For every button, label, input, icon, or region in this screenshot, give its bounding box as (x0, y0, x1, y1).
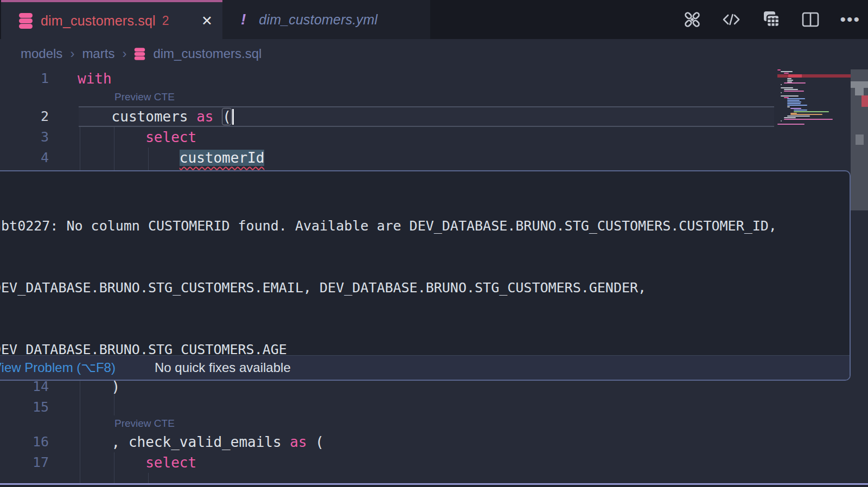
breadcrumb-marts[interactable]: marts (82, 46, 114, 61)
line-number: 17 (0, 452, 49, 473)
code-line-3[interactable]: 3 select (0, 127, 774, 148)
bottom-gap (0, 485, 868, 487)
line-number: 4 (0, 148, 49, 168)
code-line-4[interactable]: 4 customerId (0, 148, 774, 168)
tab-bar: dim_customers.sql 2 ✕ ! dim_customers.ym… (0, 0, 868, 39)
problem-count-badge: 2 (162, 14, 169, 28)
code-preview-icon[interactable] (722, 10, 741, 29)
tab-filename: dim_customers.sql (41, 13, 156, 29)
error-message: dbt0227: No column CUSTOMERID found. Ava… (0, 171, 850, 381)
breadcrumb-models[interactable]: models (21, 46, 62, 61)
database-icon (134, 47, 145, 61)
close-icon[interactable]: ✕ (201, 13, 213, 29)
line-number: 1 (0, 68, 49, 89)
line-number: 2 (0, 106, 49, 127)
code-line-15[interactable]: 15 (0, 397, 774, 418)
highlighted-identifier: customerId (180, 150, 265, 166)
minimap[interactable] (777, 68, 851, 150)
vscode-window: dim_customers.sql 2 ✕ ! dim_customers.ym… (0, 0, 868, 487)
tab-filename: dim_customers.yml (259, 12, 378, 28)
tab-dim-customers-yml[interactable]: ! dim_customers.yml (222, 0, 430, 39)
chevron-right-icon: › (122, 46, 126, 61)
no-quick-fixes-label: No quick fixes available (155, 360, 291, 375)
line-number: 16 (0, 432, 49, 452)
split-editor-icon[interactable] (801, 10, 820, 29)
indent-guide (148, 473, 149, 483)
editor-actions: ••• (682, 0, 860, 39)
error-hover-panel: dbt0227: No column CUSTOMERID found. Ava… (0, 170, 851, 381)
line-number: 3 (0, 127, 49, 148)
scrollbar-marker (856, 134, 864, 145)
text-cursor (232, 109, 234, 125)
scrollbar[interactable] (851, 69, 868, 210)
dbt-icon[interactable] (682, 10, 702, 29)
breadcrumb: models › marts › dim_customers.sql (0, 39, 868, 68)
code-line-17[interactable]: 17 select (0, 452, 774, 473)
codelens-preview-cte[interactable]: Preview CTE (114, 415, 175, 432)
chevron-right-icon: › (70, 46, 74, 61)
warning-icon: ! (241, 11, 246, 28)
scrollbar-marker (851, 81, 868, 88)
view-problem-link[interactable]: View Problem (⌥F8) (0, 360, 116, 375)
hover-status-bar: View Problem (⌥F8) No quick fixes availa… (0, 355, 850, 380)
error-marker (861, 95, 868, 107)
codelens-preview-cte[interactable]: Preview CTE (114, 89, 175, 105)
code-line-1[interactable]: 1 with (0, 68, 774, 89)
query-results-icon[interactable] (761, 10, 781, 29)
tab-dim-customers-sql[interactable]: dim_customers.sql 2 ✕ (1, 0, 222, 39)
scrollbar-marker (855, 88, 864, 95)
breadcrumb-file[interactable]: dim_customers.sql (153, 46, 261, 61)
code-line-16[interactable]: 16 , check_valid_emails as ( (0, 432, 774, 452)
line-number: 15 (0, 397, 49, 418)
more-actions-icon[interactable]: ••• (840, 14, 860, 25)
database-icon (18, 12, 33, 29)
code-line-2[interactable]: 2 customers as ( (0, 106, 774, 127)
